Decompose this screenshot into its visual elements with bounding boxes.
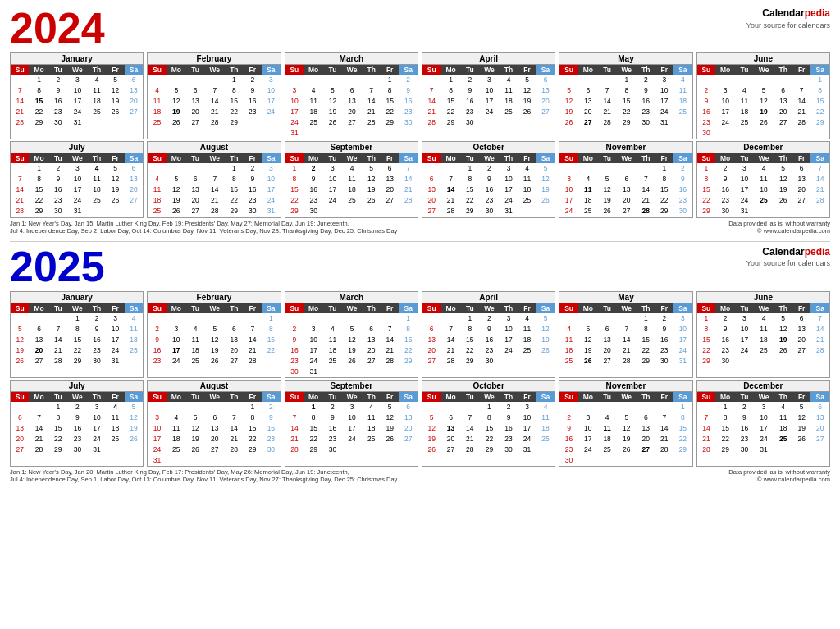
cal-jun-2024: SuMoTuWeThFrSa 1 2345678 9101112131415 1… bbox=[697, 65, 829, 139]
month-aug-2024: August SuMoTuWeThFrSa 123 45678910 11121… bbox=[147, 141, 281, 217]
month-title-jan-2025: January bbox=[11, 292, 143, 303]
month-jun-2024: June SuMoTuWeThFrSa 1 2345678 9101112131… bbox=[696, 52, 830, 139]
year-2024-header: 2024 Calendarpedia Your source for calen… bbox=[10, 7, 830, 49]
brand-pedia-2025: pedia bbox=[805, 246, 830, 258]
month-jul-2025: July SuMoTuWeThFrSa 12345 6789101112 131… bbox=[10, 380, 144, 467]
month-title-jun-2025: June bbox=[697, 292, 829, 303]
cal-nov-2025: SuMoTuWeThFrSa 1 2345678 9101112131415 1… bbox=[559, 392, 692, 466]
month-title-dec-2025: December bbox=[697, 381, 829, 392]
cal-jan-2025: SuMoTuWeThFrSa 1234 567891011 1213141516… bbox=[11, 303, 143, 367]
month-jan-2025: January SuMoTuWeThFrSa 1234 567891011 12… bbox=[10, 291, 144, 378]
month-title-may-2024: May bbox=[559, 53, 692, 65]
month-jul-2024: July SuMoTuWeThFrSa 123456 78910111213 1… bbox=[10, 141, 144, 217]
cal-mar-2025: SuMoTuWeThFrSa 1 2345678 9101112131415 1… bbox=[285, 303, 418, 377]
cal-oct-2025: SuMoTuWeThFrSa 1234 567891011 1213141516… bbox=[422, 392, 555, 455]
month-feb-2024: February SuMoTuWeThFrSa 123 45678910 111… bbox=[147, 52, 281, 139]
month-apr-2025: April SuMoTuWeThFrSa 12345 6789101112 13… bbox=[422, 291, 555, 378]
month-sep-2024: September SuMoTuWeThFrSa 1234567 8910111… bbox=[285, 141, 418, 217]
cal-may-2025: SuMoTuWeThFrSa 123 45678910 111213141516… bbox=[559, 303, 692, 367]
month-title-jan-2024: January bbox=[11, 53, 143, 65]
month-title-mar-2025: March bbox=[285, 292, 418, 303]
2025-notes-line2: Jul 4: Independence Day, Sep 1: Labor Da… bbox=[10, 476, 397, 483]
cal-aug-2025: SuMoTuWeThFrSa 12 3456789 10111213141516… bbox=[148, 392, 280, 466]
cal-nov-2024: SuMoTuWeThFrSa 12 3456789 10111213141516… bbox=[559, 153, 692, 217]
month-jun-2025: June SuMoTuWeThFrSa 1234567 891011121314… bbox=[696, 291, 830, 378]
month-title-oct-2024: October bbox=[422, 142, 555, 153]
cal-feb-2025: SuMoTuWeThFrSa 1 2345678 9101112131415 1… bbox=[148, 303, 280, 367]
month-dec-2024: December SuMoTuWeThFrSa 1234567 89101112… bbox=[696, 141, 830, 217]
brand-logo-2025: Calendarpedia Your source for calendars bbox=[746, 245, 830, 269]
month-aug-2025: August SuMoTuWeThFrSa 12 3456789 1011121… bbox=[147, 380, 281, 467]
month-may-2024: May SuMoTuWeThFrSa 1234 567891011 121314… bbox=[559, 52, 692, 139]
month-title-apr-2025: April bbox=[422, 292, 555, 303]
month-dec-2025: December SuMoTuWeThFrSa 123456 789101112… bbox=[696, 380, 830, 467]
brand-tagline: Your source for calendars bbox=[746, 21, 830, 31]
month-jan-2024: January SuMoTuWeThFrSa 123456 7891011121… bbox=[10, 52, 144, 139]
month-apr-2024: April SuMoTuWeThFrSa 123456 78910111213 … bbox=[422, 52, 555, 139]
cal-may-2024: SuMoTuWeThFrSa 1234 567891011 1213141516… bbox=[559, 65, 692, 128]
2025-months-row2: July SuMoTuWeThFrSa 12345 6789101112 131… bbox=[10, 380, 830, 467]
cal-apr-2025: SuMoTuWeThFrSa 12345 6789101112 13141516… bbox=[422, 303, 555, 367]
month-title-apr-2024: April bbox=[422, 53, 555, 65]
month-oct-2024: October SuMoTuWeThFrSa 12345 6789101112 … bbox=[422, 141, 555, 217]
cal-apr-2024: SuMoTuWeThFrSa 123456 78910111213 141516… bbox=[422, 65, 555, 128]
month-title-sep-2025: September bbox=[285, 381, 418, 392]
cal-jan-2024: SuMoTuWeThFrSa 123456 78910111213 141516… bbox=[11, 65, 143, 128]
year-2025-header: 2025 Calendarpedia Your source for calen… bbox=[10, 245, 830, 288]
cal-feb-2024: SuMoTuWeThFrSa 123 45678910 111213141516… bbox=[148, 65, 280, 128]
brand-name: Calendar bbox=[762, 7, 804, 19]
month-title-nov-2025: November bbox=[559, 381, 692, 392]
month-title-mar-2024: March bbox=[285, 53, 418, 65]
month-title-nov-2024: November bbox=[559, 142, 692, 153]
year-2024-section: 2024 Calendarpedia Your source for calen… bbox=[10, 7, 830, 235]
month-title-may-2025: May bbox=[559, 292, 692, 303]
2025-months-row1: January SuMoTuWeThFrSa 1234 567891011 12… bbox=[10, 291, 830, 378]
brand-pedia: pedia bbox=[805, 7, 830, 19]
month-sep-2025: September SuMoTuWeThFrSa 123456 78910111… bbox=[285, 380, 418, 467]
month-title-jul-2024: July bbox=[11, 142, 143, 153]
year-divider bbox=[10, 241, 830, 242]
brand-logo-2024: Calendarpedia Your source for calendars bbox=[746, 7, 830, 30]
month-oct-2025: October SuMoTuWeThFrSa 1234 567891011 12… bbox=[422, 380, 555, 467]
month-nov-2024: November SuMoTuWeThFrSa 12 3456789 10111… bbox=[559, 141, 692, 217]
year-2025-title: 2025 bbox=[10, 245, 105, 288]
month-may-2025: May SuMoTuWeThFrSa 123 45678910 11121314… bbox=[559, 291, 692, 378]
2025-notes-right: Data provided 'as is' without warranty ©… bbox=[728, 468, 830, 483]
cal-mar-2024: SuMoTuWeThFrSa 12 3456789 10111213141516… bbox=[285, 65, 418, 139]
cal-dec-2025: SuMoTuWeThFrSa 123456 78910111213 141516… bbox=[697, 392, 829, 455]
month-title-oct-2025: October bbox=[422, 381, 555, 392]
cal-sep-2025: SuMoTuWeThFrSa 123456 78910111213 141516… bbox=[285, 392, 418, 455]
2024-notes-left: Jan 1: New Year's Day, Jan 15: Martin Lu… bbox=[10, 220, 397, 235]
2024-notes-right: Data provided 'as is' without warranty ©… bbox=[728, 220, 830, 235]
month-feb-2025: February SuMoTuWeThFrSa 1 2345678 910111… bbox=[147, 291, 281, 378]
cal-oct-2024: SuMoTuWeThFrSa 12345 6789101112 13141516… bbox=[422, 153, 555, 217]
2024-notes-line1: Jan 1: New Year's Day, Jan 15: Martin Lu… bbox=[10, 220, 397, 227]
month-title-jul-2025: July bbox=[11, 381, 143, 392]
month-title-aug-2025: August bbox=[148, 381, 280, 392]
cal-aug-2024: SuMoTuWeThFrSa 123 45678910 111213141516… bbox=[148, 153, 280, 217]
2025-notes-line1: Jan 1: New Year's Day, Jan 20: Martin Lu… bbox=[10, 468, 397, 476]
month-nov-2025: November SuMoTuWeThFrSa 1 2345678 910111… bbox=[559, 380, 692, 467]
cal-jun-2025: SuMoTuWeThFrSa 1234567 891011121314 1516… bbox=[697, 303, 829, 367]
year-2025-section: 2025 Calendarpedia Your source for calen… bbox=[10, 245, 830, 484]
month-title-sep-2024: September bbox=[285, 142, 418, 153]
brand-tagline-2025: Your source for calendars bbox=[746, 258, 830, 269]
month-mar-2025: March SuMoTuWeThFrSa 1 2345678 910111213… bbox=[285, 291, 418, 378]
month-title-jun-2024: June bbox=[697, 53, 829, 65]
2024-notes: Jan 1: New Year's Day, Jan 15: Martin Lu… bbox=[10, 220, 830, 235]
month-title-aug-2024: August bbox=[148, 142, 280, 153]
2025-notes: Jan 1: New Year's Day, Jan 20: Martin Lu… bbox=[10, 468, 830, 483]
month-title-feb-2024: February bbox=[148, 53, 280, 65]
2024-months-row2: July SuMoTuWeThFrSa 123456 78910111213 1… bbox=[10, 141, 830, 217]
cal-dec-2024: SuMoTuWeThFrSa 1234567 891011121314 1516… bbox=[697, 153, 829, 217]
cal-jul-2024: SuMoTuWeThFrSa 123456 78910111213 141516… bbox=[11, 153, 143, 217]
cal-sep-2024: SuMoTuWeThFrSa 1234567 891011121314 1516… bbox=[285, 153, 418, 217]
2024-notes-line2: Jul 4: Independence Day, Sep 2: Labor Da… bbox=[10, 227, 397, 235]
year-2024-title: 2024 bbox=[10, 7, 105, 49]
2024-months-row1: January SuMoTuWeThFrSa 123456 7891011121… bbox=[10, 52, 830, 139]
cal-jul-2025: SuMoTuWeThFrSa 12345 6789101112 13141516… bbox=[11, 392, 143, 455]
month-title-feb-2025: February bbox=[148, 292, 280, 303]
2025-notes-left: Jan 1: New Year's Day, Jan 20: Martin Lu… bbox=[10, 468, 397, 483]
month-mar-2024: March SuMoTuWeThFrSa 12 3456789 10111213… bbox=[285, 52, 418, 139]
brand-name-2025: Calendar bbox=[762, 246, 804, 258]
